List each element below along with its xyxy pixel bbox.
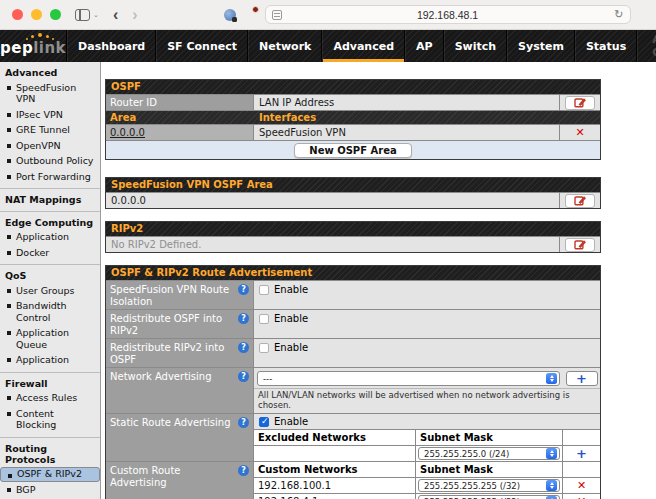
sidebar-header-nat-mappings[interactable]: NAT Mappings (0, 192, 100, 207)
browser-chrome: ⌄ ‹ › 192.168.48.1 ↻ (0, 0, 656, 30)
tab-advanced[interactable]: Advanced (322, 30, 405, 62)
sidebar-item-speedfusion-vpn[interactable]: SpeedFusion VPN (0, 80, 100, 107)
static-route-enable-checkbox[interactable] (259, 417, 269, 427)
sidebar-item-gre-tunnel[interactable]: GRE Tunnel (0, 122, 100, 138)
chevron-down-icon[interactable]: ⌄ (93, 11, 99, 19)
extension-badge (252, 6, 259, 13)
router-id-value: LAN IP Address (254, 95, 560, 110)
select-stepper-icon (546, 480, 557, 491)
add-network-advertising-button[interactable]: + (566, 371, 598, 386)
excluded-network-mask-select[interactable]: 255.255.255.0 (/24) (418, 447, 560, 460)
ospf-area-link[interactable]: 0.0.0.0 (110, 127, 145, 138)
sidebar-header-firewall: Firewall (0, 376, 100, 391)
custom-network-mask-select[interactable]: 255.255.255.255 (/32) (418, 479, 560, 492)
browser-sidebar-icon[interactable] (75, 9, 90, 21)
back-button[interactable]: ‹ (113, 6, 118, 24)
delete-custom-network-button[interactable]: ✕ (577, 480, 586, 491)
edit-icon (574, 195, 587, 206)
custom-network-input[interactable]: 192.168.4.1 (254, 494, 416, 499)
sidebar-item-openvpn[interactable]: OpenVPN (0, 138, 100, 154)
custom-route-label: Custom Route Advertising (110, 465, 249, 488)
help-icon[interactable]: ? (238, 371, 249, 382)
custom-network-input[interactable]: 192.168.100.1 (254, 478, 416, 493)
redistribute-rip-label: Redistribute RIPv2 into OSPF (110, 342, 249, 365)
help-icon[interactable]: ? (238, 313, 249, 324)
minimize-window-button[interactable] (31, 9, 42, 20)
logo-link: link (33, 39, 66, 57)
plus-icon: + (576, 372, 587, 385)
subnet-mask-header: Subnet Mask (416, 462, 563, 477)
redistribute-ospf-checkbox[interactable] (259, 314, 269, 324)
tab-system[interactable]: System (507, 30, 575, 62)
static-route-label: Static Route Advertising (110, 417, 249, 429)
area-column-header: Area (106, 111, 254, 124)
sidebar-item-bgp[interactable]: BGP (0, 482, 100, 498)
tab-network[interactable]: Network (248, 30, 322, 62)
sidebar-item-application-edge[interactable]: Application (0, 229, 100, 245)
redistribute-rip-checkbox[interactable] (259, 343, 269, 353)
forward-button[interactable]: › (132, 6, 137, 24)
tab-dashboard[interactable]: Dashboard (67, 30, 156, 62)
excluded-networks-table: Excluded Networks Subnet Mask 255.255.25… (254, 429, 600, 461)
sidebar-item-ospf-ripv2[interactable]: OSPF & RIPv2 (0, 467, 100, 482)
ripv2-empty-text: No RIPv2 Defined. (106, 237, 560, 252)
help-icon[interactable]: ? (238, 417, 249, 428)
sidebar-item-docker[interactable]: Docker (0, 245, 100, 261)
sidebar-item-outbound-policy[interactable]: Outbound Policy (0, 153, 100, 169)
ospf-section: OSPF Router ID LAN IP Address A (105, 79, 601, 160)
help-icon[interactable]: ? (238, 342, 249, 353)
sfvpn-area-edit-button[interactable] (565, 194, 595, 208)
address-bar[interactable]: 192.168.48.1 ↻ (265, 5, 631, 24)
sidebar-item-application-qos[interactable]: Application (0, 352, 100, 368)
custom-network-row: 192.168.4.1 255.255.255.255 (/32) ✕ (254, 494, 600, 499)
privacy-extension-icon[interactable] (224, 9, 236, 21)
router-id-edit-button[interactable] (565, 96, 595, 110)
route-isolation-label: SpeedFusion VPN Route Isolation (110, 284, 249, 307)
custom-network-mask-value: 255.255.255.255 (/32) (419, 481, 546, 491)
custom-networks-table: Custom Networks Subnet Mask 192.168.100.… (254, 462, 600, 499)
new-ospf-area-button[interactable]: New OSPF Area (294, 143, 411, 158)
sidebar-item-user-groups[interactable]: User Groups (0, 283, 100, 299)
tab-ap[interactable]: AP (405, 30, 444, 62)
route-isolation-checkbox[interactable] (259, 285, 269, 295)
select-stepper-icon (546, 373, 557, 384)
sfvpn-ospf-area-title: SpeedFusion VPN OSPF Area (106, 178, 600, 192)
excluded-network-mask-value: 255.255.255.0 (/24) (419, 449, 546, 459)
close-window-button[interactable] (12, 9, 23, 20)
zoom-window-button[interactable] (50, 9, 61, 20)
tab-sf-connect[interactable]: SF Connect (156, 30, 248, 62)
route-isolation-label-cell: SpeedFusion VPN Route Isolation ? (106, 281, 254, 309)
sidebar-header-qos: QoS (0, 268, 100, 283)
delete-area-icon[interactable]: ✕ (575, 127, 584, 138)
network-advertising-label-cell: Network Advertising ? (106, 368, 254, 413)
help-icon[interactable]: ? (238, 284, 249, 295)
ripv2-edit-button[interactable] (565, 238, 595, 252)
static-route-enable-label: Enable (274, 416, 308, 427)
url-text: 192.168.48.1 (266, 9, 630, 21)
apply-changes-button[interactable]: Apply Changes (637, 30, 656, 62)
logo-pep: pep (0, 39, 33, 57)
sidebar-item-content-blocking[interactable]: Content Blocking (0, 406, 100, 433)
route-isolation-enable-label: Enable (274, 284, 308, 295)
tab-status[interactable]: Status (575, 30, 637, 62)
help-icon[interactable]: ? (238, 465, 249, 476)
add-excluded-network-button[interactable]: + (576, 447, 587, 460)
network-advertising-select[interactable]: --- (257, 371, 560, 386)
subnet-mask-header: Subnet Mask (416, 430, 563, 445)
tab-switch[interactable]: Switch (444, 30, 507, 62)
reload-icon[interactable]: ↻ (614, 8, 623, 21)
sidebar-item-port-forwarding[interactable]: Port Forwarding (0, 169, 100, 185)
ripv2-title: RIPv2 (106, 222, 600, 236)
sidebar-item-bandwidth-control[interactable]: Bandwidth Control (0, 298, 100, 325)
sidebar-item-ipsec-vpn[interactable]: IPsec VPN (0, 107, 100, 123)
excluded-networks-header: Excluded Networks (254, 430, 416, 445)
custom-network-mask-select[interactable]: 255.255.255.255 (/32) (418, 495, 560, 499)
redistribute-ospf-enable-label: Enable (274, 313, 308, 324)
sidebar-header-edge-computing: Edge Computing (0, 215, 100, 230)
excluded-network-input[interactable] (254, 446, 416, 461)
peplink-logo[interactable]: peplink (0, 30, 67, 62)
sidebar-item-access-rules[interactable]: Access Rules (0, 390, 100, 406)
custom-route-label-cell: Custom Route Advertising ? (106, 462, 254, 499)
adblock-extension-icon[interactable] (244, 8, 257, 21)
sidebar-item-application-queue[interactable]: Application Queue (0, 325, 100, 352)
